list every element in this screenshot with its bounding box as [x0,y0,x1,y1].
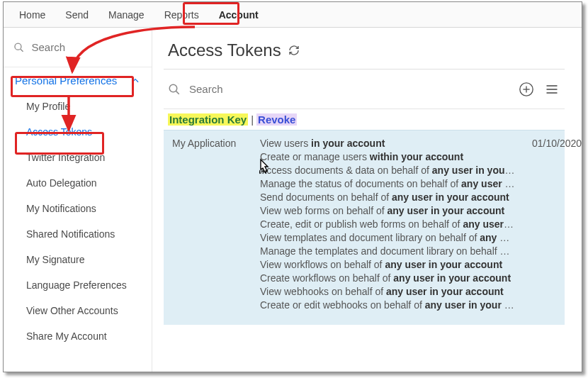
sidebar-item-shared-notifications[interactable]: Shared Notifications [4,221,152,247]
permission-item: View users in your account [260,138,515,149]
permission-item: Send documents on behalf of any user in … [260,191,515,203]
permission-item: Access documents & data on behalf of any… [260,165,515,176]
section-label: Personal Preferences [15,74,117,87]
svg-point-0 [15,43,21,50]
svg-line-3 [176,91,179,94]
top-tabs: Home Send Manage Reports Account [4,2,582,28]
legend-separator: | [251,113,254,126]
search-icon [13,41,24,54]
sidebar-search-input[interactable] [31,41,142,53]
token-permissions: View users in your account Create or man… [260,138,515,311]
sidebar-item-view-other-accounts[interactable]: View Other Accounts [4,298,152,323]
refresh-icon[interactable] [288,45,300,56]
tab-reports[interactable]: Reports [154,2,209,27]
main-search[interactable] [168,83,509,96]
sidebar-item-twitter-integration[interactable]: Twitter Integration [4,145,152,170]
sidebar-items: My Profile Access Tokens Twitter Integra… [4,94,152,349]
tab-home[interactable]: Home [9,2,55,27]
sidebar-item-share-my-account[interactable]: Share My Account [4,323,152,349]
permission-item: View workflows on behalf of any user in … [260,259,515,270]
permission-item: Create or edit webhooks on behalf of any… [260,299,515,311]
permission-item: Manage the status of documents on behalf… [260,178,515,189]
sidebar: Personal Preferences My Profile Access T… [4,28,152,372]
sidebar-item-auto-delegation[interactable]: Auto Delegation [4,170,152,196]
legend-revoke: Revoke [256,113,297,126]
sidebar-search[interactable] [4,28,152,67]
page-title: Access Tokens [168,40,281,60]
token-app-name: My Application [172,138,243,311]
sidebar-item-my-profile[interactable]: My Profile [4,94,152,119]
plus-icon [519,82,534,97]
permission-item: View templates and document library on b… [260,232,515,243]
tab-send[interactable]: Send [55,2,98,27]
tab-account[interactable]: Account [209,2,268,27]
token-row[interactable]: My Application View users in your accoun… [164,130,565,325]
main-content: Access Tokens Integration Key | Revoke [152,28,582,372]
hamburger-icon [545,82,559,96]
sidebar-item-my-signature[interactable]: My Signature [4,247,152,272]
legend: Integration Key | Revoke [164,109,565,130]
main-search-input[interactable] [189,83,324,95]
chevron-up-icon [130,76,140,86]
add-button[interactable] [518,81,535,98]
permission-item: Create or manage users within your accou… [260,151,515,162]
sidebar-item-access-tokens[interactable]: Access Tokens [4,119,152,145]
sidebar-item-my-notifications[interactable]: My Notifications [4,196,152,221]
sidebar-item-language-preferences[interactable]: Language Preferences [4,272,152,298]
permission-item: View webhooks on behalf of any user in y… [260,286,515,297]
sidebar-section-personal-preferences[interactable]: Personal Preferences [4,67,152,94]
svg-point-2 [169,84,177,92]
legend-integration-key: Integration Key [168,113,248,126]
permission-item: Create, edit or publish web forms on beh… [260,218,515,230]
permission-item: Manage the templates and document librar… [260,245,515,257]
menu-button[interactable] [543,81,560,98]
permission-item: View web forms on behalf of any user in … [260,205,515,216]
svg-line-1 [21,49,23,52]
search-icon [168,83,181,96]
tab-manage[interactable]: Manage [98,2,154,27]
permission-item: Create workflows on behalf of any user i… [260,272,515,284]
token-date: 01/10/2020 [532,138,582,311]
